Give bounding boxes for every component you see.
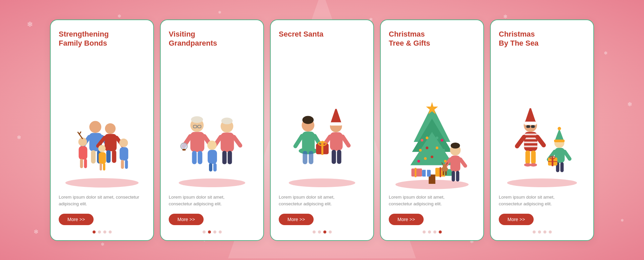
snowflake-icon: ❄	[117, 13, 121, 19]
dot-active	[439, 230, 442, 233]
snowflake-icon: ❄	[627, 101, 632, 108]
svg-point-0	[65, 178, 139, 188]
svg-rect-127	[524, 146, 537, 147]
svg-rect-47	[208, 150, 217, 164]
svg-rect-111	[443, 171, 444, 175]
svg-point-108	[443, 164, 447, 168]
svg-point-40	[221, 118, 233, 124]
snowflake-icon: ❄	[604, 50, 608, 56]
card-3-more-button[interactable]: More >>	[279, 214, 314, 225]
svg-rect-44	[222, 151, 227, 164]
snowflake-icon: ❄	[218, 10, 221, 15]
card-2-illustration	[169, 54, 255, 191]
svg-rect-49	[213, 163, 217, 171]
svg-line-43	[234, 137, 240, 146]
card-1-body: Lorem ipsum dolor sit amet, consectetur …	[59, 194, 145, 208]
svg-point-52	[289, 178, 355, 187]
card-3-body: Lorem ipsum dolor sit amet,consectetur a…	[279, 194, 335, 208]
dot	[98, 230, 101, 233]
svg-rect-68	[332, 150, 336, 164]
svg-line-56	[296, 136, 302, 146]
svg-rect-38	[198, 151, 202, 164]
svg-line-27	[79, 132, 81, 134]
svg-rect-16	[84, 159, 87, 168]
card-3-title: Secret Santa	[279, 30, 323, 50]
svg-point-80	[421, 139, 423, 142]
svg-point-46	[207, 141, 217, 150]
svg-point-90	[431, 156, 433, 158]
card-4-body: Lorem ipsum dolor sit amet,consectetur a…	[389, 194, 445, 208]
svg-point-58	[299, 148, 318, 154]
card-2-title: VisitingGrandparents	[169, 30, 217, 50]
svg-marker-62	[330, 107, 342, 124]
snowflake-icon: ❄	[621, 218, 624, 223]
dot	[213, 230, 216, 233]
dot	[423, 230, 426, 233]
card-2-more-button[interactable]: More >>	[169, 214, 204, 225]
svg-rect-119	[531, 125, 535, 128]
card-5-more-button[interactable]: More >>	[499, 214, 534, 225]
dot	[543, 230, 546, 233]
svg-rect-5	[91, 150, 96, 164]
svg-point-84	[419, 149, 422, 152]
svg-point-83	[441, 139, 443, 142]
svg-point-101	[451, 143, 460, 149]
dot-active	[93, 230, 96, 233]
svg-rect-112	[445, 171, 447, 175]
card-4-dots	[389, 230, 475, 233]
svg-point-81	[426, 137, 428, 139]
snowflake-icon: ❄	[17, 134, 21, 141]
svg-rect-12	[112, 150, 116, 163]
card-5-body: Lorem ipsum dolor sit amet,consectetur a…	[499, 194, 555, 208]
svg-rect-59	[303, 151, 307, 164]
snowflake-icon: ❄	[34, 228, 39, 236]
card-4-illustration	[389, 54, 475, 191]
svg-rect-65	[330, 132, 343, 151]
card-christmas-tree: ChristmasTree & Gifts	[380, 19, 484, 241]
card-3-dots	[279, 230, 365, 233]
card-1-more-button[interactable]: More >>	[59, 214, 94, 225]
svg-rect-18	[120, 147, 128, 161]
snowflake-icon: ❄	[503, 13, 507, 20]
svg-point-113	[507, 178, 577, 187]
card-5-illustration	[499, 54, 585, 191]
card-4-more-button[interactable]: More >>	[389, 214, 424, 225]
dot	[433, 230, 436, 233]
svg-rect-93	[411, 168, 422, 176]
svg-point-33	[191, 116, 203, 123]
svg-point-117	[528, 104, 532, 108]
svg-point-85	[426, 147, 428, 149]
dot	[203, 230, 206, 233]
dot	[219, 230, 222, 233]
svg-rect-136	[554, 140, 565, 142]
svg-line-140	[565, 152, 570, 159]
svg-rect-69	[337, 150, 341, 164]
dot	[318, 230, 321, 233]
svg-rect-130	[525, 151, 530, 164]
svg-point-54	[302, 116, 314, 124]
card-2-body: Lorem ipsum dolor sit amet,consectetur a…	[169, 194, 225, 208]
svg-point-64	[334, 105, 338, 109]
card-3-illustration	[279, 54, 365, 191]
dot	[103, 230, 106, 233]
svg-rect-126	[524, 142, 537, 143]
card-1-title: StrengtheningFamily Bonds	[59, 30, 109, 50]
svg-line-67	[343, 137, 349, 146]
svg-rect-19	[121, 160, 124, 169]
svg-point-28	[179, 178, 245, 187]
svg-rect-51	[182, 149, 186, 151]
dot	[538, 230, 541, 233]
svg-rect-98	[440, 167, 441, 177]
svg-rect-41	[221, 133, 234, 152]
card-christmas-sea: ChristmasBy The Sea	[490, 19, 594, 241]
svg-rect-34	[191, 132, 205, 152]
svg-point-50	[181, 143, 187, 150]
card-1-dots	[59, 230, 145, 233]
svg-rect-125	[524, 138, 537, 139]
snowflake-icon: ❄	[101, 242, 105, 247]
svg-rect-22	[99, 152, 106, 164]
svg-line-104	[460, 159, 465, 166]
svg-rect-23	[100, 163, 102, 170]
svg-point-91	[437, 157, 440, 160]
cards-container: StrengtheningFamily Bonds	[50, 19, 594, 241]
